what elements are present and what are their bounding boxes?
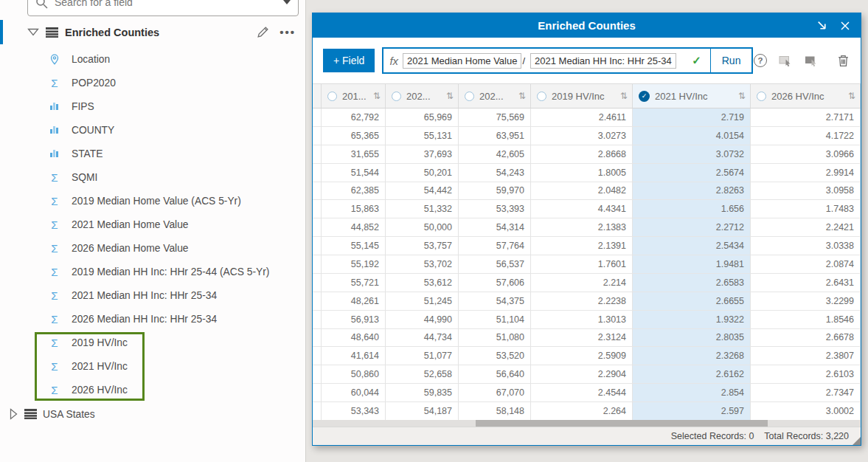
row-selector-gutter[interactable] [313, 255, 322, 274]
table-cell: 44,734 [386, 329, 459, 348]
sort-icon[interactable]: ⇅ [515, 91, 526, 101]
sort-icon[interactable]: ⇅ [617, 91, 628, 101]
table-row[interactable]: 48,64044,73451,0802.31242.80352.6678 [313, 329, 861, 348]
row-selector-gutter[interactable] [313, 384, 322, 402]
column-header-2026-hv-inc[interactable]: 2026 HV/Inc⇅ [751, 84, 861, 108]
row-selector-gutter[interactable] [313, 182, 322, 201]
table-row[interactable]: 41,61451,07753,5202.59092.32682.3807 [313, 347, 861, 365]
field-item-2026-median-hh-inc-hhr-25-34[interactable]: Σ2026 Median HH Inc: HHr 25-34 [0, 307, 306, 331]
table-cell: 51,077 [386, 347, 459, 365]
table-cell: 54,243 [459, 164, 531, 182]
row-selector-gutter[interactable] [313, 274, 322, 292]
expression-token-2[interactable]: 2021 Median HH Inc: HHr 25-34 [530, 53, 676, 69]
options-ellipsis-icon[interactable]: ••• [280, 29, 296, 36]
add-field-button[interactable]: + Field [323, 49, 375, 72]
expression-token-1[interactable]: 2021 Median Home Value [403, 53, 521, 69]
horizontal-scrollbar[interactable] [313, 420, 861, 427]
expression-bar[interactable]: fx 2021 Median Home Value / 2021 Median … [382, 47, 753, 74]
row-selector-gutter[interactable] [313, 127, 322, 145]
column-select-circle[interactable] [327, 92, 337, 101]
column-select-circle[interactable] [757, 92, 766, 101]
table-row[interactable]: 55,72153,61257,6062.2142.65832.6431 [313, 274, 861, 292]
column-header-202[interactable]: 202...⇅ [386, 84, 459, 108]
column-header-201[interactable]: 201...⇅ [322, 84, 386, 108]
table-row[interactable]: 60,04459,83567,0702.45442.8542.7347 [313, 384, 861, 402]
field-item-pop2020[interactable]: ΣPOP2020 [0, 71, 306, 94]
search-dropdown-caret-icon[interactable] [283, 0, 291, 4]
sort-icon[interactable]: ⇅ [443, 91, 454, 101]
column-header-202[interactable]: 202...⇅ [459, 84, 531, 108]
column-selected-check-icon[interactable]: ✓ [639, 91, 650, 102]
status-bar: Selected Records: 0 Total Records: 3,220 [313, 427, 861, 445]
row-selector-gutter[interactable] [313, 311, 322, 329]
table-cell: 44,990 [386, 311, 459, 329]
collapse-caret-icon[interactable] [27, 28, 39, 36]
table-row[interactable]: 51,54450,20154,2431.80052.56742.9914 [313, 164, 861, 182]
field-label: 2021 Median HH Inc: HHr 25-34 [72, 290, 217, 301]
field-item-fips[interactable]: FIPS [0, 94, 306, 118]
sigma-icon: Σ [49, 314, 60, 325]
row-selector-gutter[interactable] [313, 108, 322, 127]
delete-field-icon[interactable] [838, 55, 849, 67]
table-cell: 55,145 [322, 237, 386, 255]
table-row[interactable]: 50,86052,65856,6402.29042.61622.6103 [313, 365, 861, 384]
table-row[interactable]: 62,38554,44259,9702.04822.82633.0958 [313, 182, 861, 201]
table-cell: 2.3268 [633, 347, 751, 365]
close-icon[interactable] [840, 21, 850, 31]
field-item-sqmi[interactable]: ΣSQMI [0, 165, 306, 189]
layer-item-enriched-counties[interactable]: Enriched Counties ••• [0, 20, 306, 44]
scrollbar-thumb[interactable] [476, 420, 768, 427]
table-row[interactable]: 65,36555,13163,9513.02734.01544.1722 [313, 127, 861, 145]
layer-item-usa-states[interactable]: USA States [0, 403, 306, 425]
table-row[interactable]: 53,34354,18758,1482.2642.5973.0002 [313, 402, 861, 420]
total-records-count: Total Records: 3,220 [764, 431, 849, 441]
column-select-circle[interactable] [537, 92, 546, 101]
row-selector-gutter[interactable] [313, 402, 322, 420]
sort-icon[interactable]: ⇅ [735, 91, 746, 101]
field-item-state[interactable]: STATE [0, 142, 306, 165]
field-label: FIPS [72, 101, 94, 112]
row-selector-gutter[interactable] [313, 347, 322, 365]
row-selector-gutter[interactable] [313, 145, 322, 164]
show-selection-icon[interactable] [779, 55, 793, 67]
field-item-location[interactable]: Location [0, 47, 306, 71]
row-selector-gutter[interactable] [313, 218, 322, 237]
field-item-county[interactable]: COUNTY [0, 118, 306, 142]
resize-handle[interactable] [853, 437, 861, 445]
table-row[interactable]: 15,86351,33253,3934.43411.6561.7483 [313, 200, 861, 218]
row-selector-gutter[interactable] [313, 237, 322, 255]
table-row[interactable]: 55,19253,70256,5371.76011.94812.0874 [313, 255, 861, 274]
field-item-2021-median-hh-inc-hhr-25-34[interactable]: Σ2021 Median HH Inc: HHr 25-34 [0, 283, 306, 307]
field-item-2019-median-home-value-acs-5-yr[interactable]: Σ2019 Median Home Value (ACS 5-Yr) [0, 189, 306, 213]
search-input[interactable] [55, 0, 283, 8]
column-header-2019-hv-inc[interactable]: 2019 HV/Inc⇅ [531, 84, 633, 108]
column-header-2021-hv-inc[interactable]: ✓2021 HV/Inc⇅ [633, 84, 751, 108]
row-selector-gutter[interactable] [313, 200, 322, 218]
table-row[interactable]: 62,79265,96975,5692.46112.7192.7171 [313, 108, 861, 127]
row-selector-gutter[interactable] [313, 365, 322, 384]
edit-pencil-icon[interactable] [257, 26, 269, 38]
column-select-circle[interactable] [392, 92, 401, 101]
table-row[interactable]: 56,91344,99051,1041.30131.93221.8546 [313, 311, 861, 329]
row-selector-gutter[interactable] [313, 329, 322, 348]
table-cell: 54,187 [386, 402, 459, 420]
table-row[interactable]: 44,85250,00054,3142.13832.27122.2421 [313, 218, 861, 237]
table-row[interactable]: 31,65537,69342,6052.86683.07323.0966 [313, 145, 861, 164]
sort-icon[interactable]: ⇅ [370, 91, 381, 101]
column-select-circle[interactable] [465, 92, 474, 101]
dock-icon[interactable] [816, 19, 828, 32]
help-icon[interactable]: ? [754, 54, 767, 67]
run-button[interactable]: Run [710, 49, 752, 72]
field-item-2019-median-hh-inc-hhr-25-44-acs-5-yr[interactable]: Σ2019 Median HH Inc: HHr 25-44 (ACS 5-Yr… [0, 260, 306, 283]
row-selector-gutter[interactable] [313, 292, 322, 311]
field-search-box[interactable] [27, 0, 299, 16]
field-item-2021-median-home-value[interactable]: Σ2021 Median Home Value [0, 213, 306, 236]
expand-caret-icon[interactable] [10, 408, 18, 420]
table-row[interactable]: 48,26151,24554,3752.22382.66553.2299 [313, 292, 861, 311]
row-selector-gutter[interactable] [313, 164, 322, 182]
field-item-2026-median-home-value[interactable]: Σ2026 Median Home Value [0, 236, 306, 260]
clear-selection-icon[interactable] [805, 55, 819, 67]
sort-icon[interactable]: ⇅ [845, 91, 855, 101]
table-row[interactable]: 55,14553,75757,7642.13912.54343.0338 [313, 237, 861, 255]
table-cell: 54,375 [459, 292, 531, 311]
